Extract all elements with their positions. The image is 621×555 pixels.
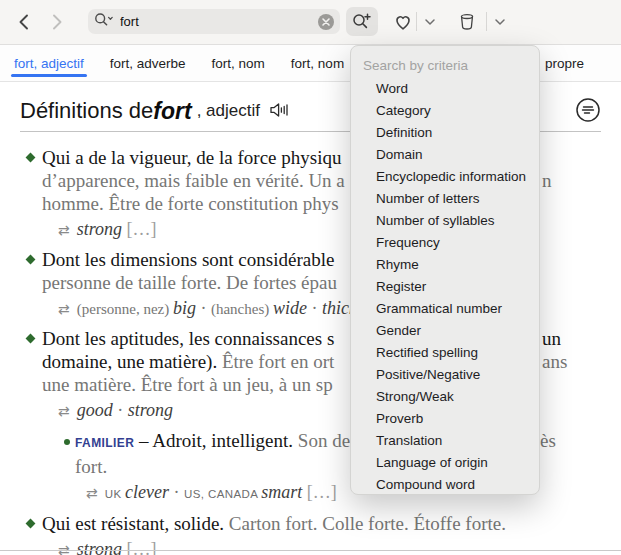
dropdown-item-encyclopedic-information[interactable]: Encyclopedic information [351, 166, 539, 188]
definition-text: Dont les dimensions sont considérable [42, 249, 334, 270]
delete-menu-button[interactable] [491, 8, 509, 36]
translation-arrow-icon: ⇄ [86, 485, 98, 501]
dropdown-item-register[interactable]: Register [351, 276, 539, 298]
example-text: Carton fort. Colle forte. Étoffe forte. [229, 513, 506, 534]
dropdown-item-definition[interactable]: Definition [351, 122, 539, 144]
favorites-button[interactable] [391, 8, 415, 36]
definition-text: Qui a de la vigueur, de la force physiqu [42, 147, 341, 168]
dropdown-item-language-of-origin[interactable]: Language of origin [351, 452, 539, 474]
section-divider [0, 550, 621, 551]
favorites-menu-button[interactable] [421, 8, 439, 36]
title-headword: fort [153, 98, 191, 125]
dropdown-placeholder: Search by criteria [351, 54, 539, 78]
tab-fort-nom-2[interactable]: fort, nom [291, 45, 344, 81]
example-text: fort. [75, 456, 107, 477]
tab-fort-nom-propre[interactable]: propre [545, 45, 584, 81]
definition-text: Dont les aptitudes, les connaissances s [42, 328, 334, 349]
title-part-of-speech: , adjectif [197, 101, 260, 121]
clear-search-button[interactable] [318, 14, 334, 30]
translation-word: clever [125, 482, 169, 502]
toolbar-divider [416, 12, 417, 31]
definition-line: Qui est résistant, solide. Carton fort. … [42, 512, 601, 535]
text-fragment: ans [542, 350, 567, 373]
dropdown-item-word[interactable]: Word [351, 78, 539, 100]
text-fragment: n [542, 169, 552, 192]
diamond-bullet-icon [20, 146, 42, 248]
translation-context: (hanches) [211, 301, 273, 317]
definition-text: domaine, une matière). [42, 351, 222, 372]
translation-word: smart [261, 482, 302, 502]
back-button[interactable] [12, 8, 34, 36]
delete-button[interactable] [454, 8, 480, 36]
chevron-down-icon [425, 19, 435, 25]
dropdown-item-rhyme[interactable]: Rhyme [351, 254, 539, 276]
definition-text: Qui est résistant, solide. [42, 513, 229, 534]
tab-fort-adverbe[interactable]: fort, adverbe [110, 45, 186, 81]
definition-text: Adroit, intelligent. [152, 430, 298, 451]
trash-icon [457, 12, 477, 32]
tab-fort-nom[interactable]: fort, nom [212, 45, 265, 81]
dropdown-item-compound-word[interactable]: Compound word [351, 474, 539, 496]
dropdown-item-positive-negative[interactable]: Positive/Negative [351, 364, 539, 386]
dropdown-item-translation[interactable]: Translation [351, 430, 539, 452]
dropdown-item-gender[interactable]: Gender [351, 320, 539, 342]
dropdown-item-category[interactable]: Category [351, 100, 539, 122]
text-fragment: ès [540, 429, 556, 452]
translation-line: ⇄strong […] [42, 538, 601, 555]
dropdown-item-number-of-letters[interactable]: Number of letters [351, 188, 539, 210]
example-text: homme. Être de forte constitution phys [42, 193, 339, 214]
region-label: US, CANADA [184, 488, 261, 500]
example-text: d’apparence, mais faible en vérité. Un a [42, 170, 345, 191]
dropdown-item-frequency[interactable]: Frequency [351, 232, 539, 254]
translation-word: strong [77, 219, 122, 239]
title-prefix: Définitions de [20, 98, 153, 124]
list-circle-icon [575, 97, 601, 126]
search-input[interactable] [116, 14, 318, 29]
separator: · [196, 298, 211, 318]
search-by-criteria-button[interactable] [346, 7, 378, 36]
chevron-left-icon [18, 14, 29, 30]
dropdown-item-grammatical-number[interactable]: Grammatical number [351, 298, 539, 320]
translation-word: strong [128, 400, 173, 420]
search-criteria-dropdown: Search by criteria Word Category Definit… [350, 45, 540, 495]
separator: · [169, 482, 184, 502]
translation-word: wide [273, 298, 307, 318]
diamond-bullet-icon [20, 327, 42, 512]
dropdown-item-rectified-spelling[interactable]: Rectified spelling [351, 342, 539, 364]
separator: · [307, 298, 322, 318]
example-text: personne de taille forte. De fortes épau [42, 272, 337, 293]
speaker-icon [269, 101, 291, 122]
dropdown-item-strong-weak[interactable]: Strong/Weak [351, 386, 539, 408]
more-indicator: […] [302, 482, 337, 502]
separator: · [113, 400, 128, 420]
search-scope-icon[interactable] [94, 12, 116, 32]
more-indicator: […] [122, 219, 157, 239]
search-field[interactable] [88, 9, 340, 34]
pronounce-button[interactable] [269, 101, 291, 122]
forward-button[interactable] [46, 8, 68, 36]
dropdown-item-number-of-syllables[interactable]: Number of syllables [351, 210, 539, 232]
definition-item: Qui est résistant, solide. Carton fort. … [20, 512, 601, 555]
example-text: Être fort en ort [222, 351, 334, 372]
translation-word: good [77, 400, 113, 420]
translation-arrow-icon: ⇄ [58, 542, 70, 555]
region-label: UK [105, 488, 125, 500]
heart-icon [393, 13, 413, 31]
text-fragment: un [542, 327, 561, 350]
translation-context: (personne, nez) [77, 301, 173, 317]
dropdown-item-proverb[interactable]: Proverb [351, 408, 539, 430]
dropdown-item-domain[interactable]: Domain [351, 144, 539, 166]
diamond-bullet-icon [20, 512, 42, 555]
toolbar-divider [486, 12, 487, 31]
register-label: FAMILIER [75, 436, 134, 450]
translation-arrow-icon: ⇄ [58, 403, 70, 419]
entry-menu-button[interactable] [575, 97, 601, 126]
close-icon [322, 14, 330, 29]
more-indicator: […] [122, 539, 157, 555]
diamond-bullet-icon [20, 248, 42, 327]
dot-bullet-icon [60, 429, 75, 512]
tab-fort-adjectif[interactable]: fort, adjectif [14, 45, 84, 81]
chevron-right-icon [52, 14, 63, 30]
chevron-down-icon [495, 19, 505, 25]
translation-arrow-icon: ⇄ [58, 222, 70, 238]
